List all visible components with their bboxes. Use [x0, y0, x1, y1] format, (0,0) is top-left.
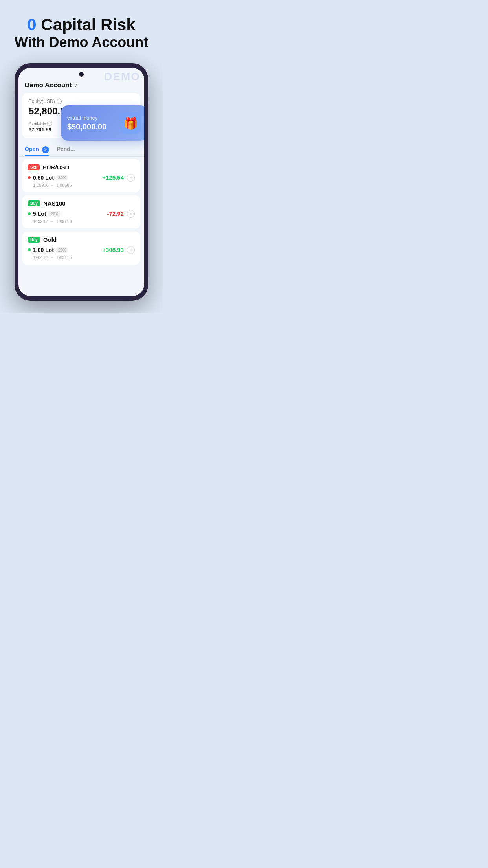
phone-shell: Demo Account ∨ DEMO Equity(USD) i 52,800… [15, 63, 148, 301]
arrow-icon-gold: → [50, 255, 55, 260]
arrow-icon-eurusd: → [50, 183, 55, 188]
trade-pair-eurusd: EUR/USD [43, 164, 70, 171]
tab-open-badge: 3 [42, 146, 49, 153]
trade-left-eurusd: 0.50 Lot 30X [28, 175, 68, 181]
price-row-nas100: 14998.4 → 14986.0 [28, 219, 135, 224]
virtual-label: virtual money [67, 115, 115, 121]
trade-card-gold: Buy Gold 1.00 Lot 20X +308.93 × 1904.62 [22, 232, 140, 265]
trade-detail-eurusd: 0.50 Lot 30X +125.54 × [28, 174, 135, 182]
close-button-nas100[interactable]: × [127, 210, 135, 218]
price-to-gold: 1908.15 [56, 255, 72, 260]
tabs-row: Open 3 Pend... [18, 140, 144, 156]
bullet-eurusd [28, 176, 31, 179]
trade-card-eurusd: Sell EUR/USD 0.50 Lot 30X +125.54 × 1.0 [22, 159, 140, 192]
price-to-eurusd: 1.08686 [56, 183, 72, 188]
available-label: Available i [29, 121, 52, 126]
pnl-nas100: -72.92 [107, 210, 124, 217]
available-value: 37,701.59 [29, 127, 52, 132]
hero-section: 0 Capital Risk With Demo Account [15, 16, 148, 51]
trade-pair-nas100: NAS100 [43, 200, 66, 207]
trade-detail-nas100: 5 Lot 20X -72.92 × [28, 210, 135, 218]
close-button-gold[interactable]: × [127, 246, 135, 254]
tab-open[interactable]: Open 3 [25, 143, 49, 156]
trade-pair-gold: Gold [43, 236, 57, 243]
virtual-amount: $50,000.00 [67, 122, 115, 131]
trade-header-nas100: Buy NAS100 [28, 200, 135, 207]
available-info-icon[interactable]: i [47, 121, 52, 126]
price-from-nas100: 14998.4 [33, 219, 49, 224]
camera-dot [79, 72, 84, 77]
hero-line1-suffix: Capital Risk [37, 15, 136, 34]
gift-icon: 🎁 [120, 112, 141, 134]
virtual-card-text: virtual money $50,000.00 [67, 115, 115, 131]
chevron-down-icon: ∨ [74, 83, 77, 88]
tab-pending-label: Pend... [57, 146, 75, 152]
available-item: Available i 37,701.59 [29, 121, 52, 132]
account-name: Demo Account [25, 81, 72, 89]
hero-line2: With Demo Account [15, 34, 148, 51]
price-to-nas100: 14986.0 [56, 219, 72, 224]
trade-header-gold: Buy Gold [28, 236, 135, 243]
trade-cards-list: Sell EUR/USD 0.50 Lot 30X +125.54 × 1.0 [18, 159, 144, 265]
tabs-divider [18, 156, 144, 157]
trade-left-gold: 1.00 Lot 20X [28, 247, 68, 253]
tab-open-label: Open [25, 146, 39, 152]
tab-pending[interactable]: Pend... [57, 143, 75, 156]
trade-left-nas100: 5 Lot 20X [28, 211, 60, 217]
leverage-nas100: 20X [48, 211, 60, 217]
badge-sell-eurusd: Sell [28, 164, 40, 170]
price-from-gold: 1904.62 [33, 255, 49, 260]
equity-label: Equity(USD) i [29, 99, 134, 104]
equity-label-text: Equity(USD) [29, 99, 55, 104]
trade-card-nas100: Buy NAS100 5 Lot 20X -72.92 × 14998.4 [22, 195, 140, 228]
hero-line1: 0 Capital Risk [15, 16, 148, 34]
arrow-icon-nas100: → [50, 219, 55, 224]
leverage-eurusd: 30X [56, 175, 68, 180]
bullet-nas100 [28, 212, 31, 215]
close-button-eurusd[interactable]: × [127, 174, 135, 182]
badge-buy-gold: Buy [28, 237, 40, 243]
badge-buy-nas100: Buy [28, 200, 40, 206]
pnl-eurusd: +125.54 [102, 174, 124, 181]
equity-info-icon[interactable]: i [57, 99, 62, 104]
lot-size-eurusd: 0.50 Lot [33, 175, 54, 181]
lot-size-nas100: 5 Lot [33, 211, 46, 217]
price-row-eurusd: 1.08936 → 1.08686 [28, 183, 135, 188]
virtual-money-card: virtual money $50,000.00 🎁 [61, 105, 144, 141]
price-from-eurusd: 1.08936 [33, 183, 49, 188]
phone-screen: Demo Account ∨ DEMO Equity(USD) i 52,800… [18, 68, 144, 296]
app-header: Demo Account ∨ DEMO [18, 78, 144, 91]
account-selector[interactable]: Demo Account ∨ [25, 81, 77, 89]
bullet-gold [28, 248, 31, 251]
leverage-gold: 20X [56, 247, 68, 253]
status-bar [18, 68, 144, 78]
hero-zero: 0 [27, 15, 36, 34]
trade-detail-gold: 1.00 Lot 20X +308.93 × [28, 246, 135, 254]
pnl-gold: +308.93 [102, 246, 124, 253]
price-row-gold: 1904.62 → 1908.15 [28, 255, 135, 260]
trade-header-eurusd: Sell EUR/USD [28, 164, 135, 171]
lot-size-gold: 1.00 Lot [33, 247, 54, 253]
